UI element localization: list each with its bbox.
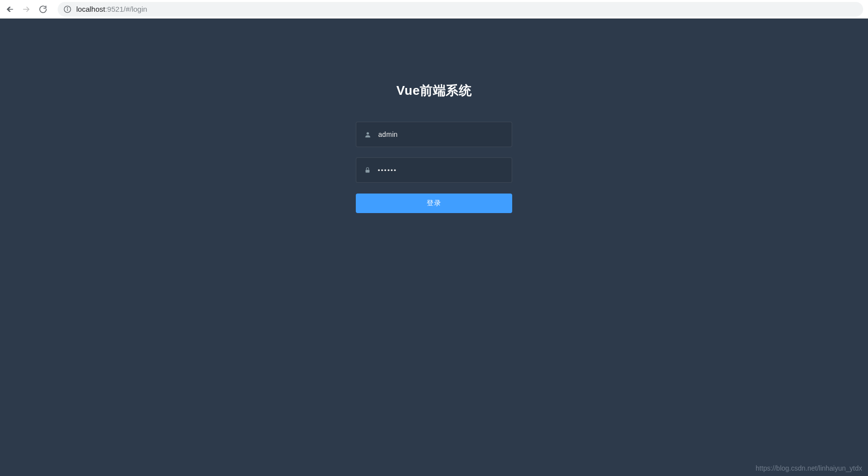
page-content: Vue前端系统 •••••• 登录 https://blog.csdn.net/… <box>0 19 868 476</box>
svg-point-4 <box>67 7 67 8</box>
back-button[interactable] <box>5 4 15 14</box>
watermark: https://blog.csdn.net/linhaiyun_ytdx <box>756 464 862 472</box>
login-form: •••••• 登录 <box>356 122 512 213</box>
user-icon <box>364 131 371 138</box>
username-input-wrapper[interactable] <box>356 122 512 147</box>
address-bar[interactable]: localhost:9521/#/login <box>58 2 863 17</box>
login-button[interactable]: 登录 <box>356 194 512 213</box>
password-input-wrapper[interactable]: •••••• <box>356 157 512 183</box>
svg-point-5 <box>367 132 369 134</box>
browser-toolbar: localhost:9521/#/login <box>0 0 868 19</box>
lock-icon <box>364 167 371 173</box>
info-icon <box>64 5 71 13</box>
username-input[interactable] <box>378 130 504 138</box>
login-title: Vue前端系统 <box>396 82 472 99</box>
url-text: localhost:9521/#/login <box>76 5 147 13</box>
forward-button[interactable] <box>22 4 31 14</box>
reload-button[interactable] <box>38 4 48 14</box>
password-input[interactable]: •••••• <box>378 167 397 173</box>
svg-rect-6 <box>366 170 369 173</box>
